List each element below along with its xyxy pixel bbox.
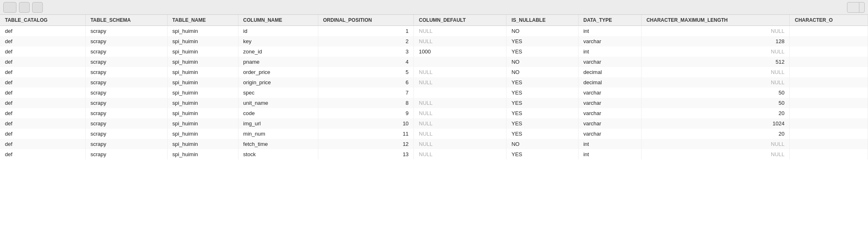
table-cell: 13 [318, 149, 414, 159]
table-cell: order_price [238, 67, 318, 77]
table-cell: YES [506, 36, 578, 46]
table-cell: NO [506, 26, 578, 37]
table-cell [414, 57, 506, 67]
table-cell: 4 [318, 57, 414, 67]
table-cell: scrapy [85, 108, 167, 118]
table-cell: varchar [578, 36, 641, 46]
table-row[interactable]: defscrapyspi_huiminspec7YESvarchar50 [0, 88, 868, 98]
table-cell: scrapy [85, 36, 167, 46]
table-row[interactable]: defscrapyspi_huiminpname4NOvarchar512 [0, 57, 868, 67]
table-cell: def [0, 67, 85, 77]
table-cell: 50 [641, 98, 789, 108]
table-cell: def [0, 139, 85, 149]
table-cell: varchar [578, 108, 641, 118]
table-cell: scrapy [85, 46, 167, 57]
query-favorites-button[interactable] [19, 2, 30, 13]
table-cell: 50 [641, 88, 789, 98]
table-cell: varchar [578, 118, 641, 129]
table-cell: spi_huimin [167, 36, 238, 46]
table-cell: def [0, 118, 85, 129]
table-cell [790, 118, 868, 129]
table-row[interactable]: defscrapyspi_huiminunit_name8NULLYESvarc… [0, 98, 868, 108]
table-cell: int [578, 139, 641, 149]
run-selection-dropdown-button[interactable] [859, 2, 864, 12]
table-cell: NO [506, 67, 578, 77]
table-cell: scrapy [85, 139, 167, 149]
table-cell: stock [238, 149, 318, 159]
table-cell: varchar [578, 57, 641, 67]
table-cell: NULL [414, 67, 506, 77]
table-cell: YES [506, 98, 578, 108]
table-cell [790, 88, 868, 98]
table-cell: NULL [414, 139, 506, 149]
query-history-button[interactable] [32, 2, 43, 13]
table-cell: spi_huimin [167, 149, 238, 159]
table-cell: NULL [414, 77, 506, 88]
table-cell: spi_huimin [167, 67, 238, 77]
results-table-container: TABLE_CATALOGTABLE_SCHEMATABLE_NAMECOLUM… [0, 15, 868, 240]
table-row[interactable]: defscrapyspi_huiminkey2NULLYESvarchar128 [0, 36, 868, 46]
table-cell [790, 149, 868, 159]
table-cell: NULL [414, 108, 506, 118]
table-row[interactable]: defscrapyspi_huiminfetch_time12NULLNOint… [0, 139, 868, 149]
table-cell: NULL [641, 26, 789, 37]
table-cell: NO [506, 57, 578, 67]
column-header-column-name: COLUMN_NAME [238, 15, 318, 26]
gear-button[interactable] [3, 2, 16, 13]
table-cell: spi_huimin [167, 26, 238, 37]
table-cell: varchar [578, 129, 641, 139]
table-cell: spi_huimin [167, 46, 238, 57]
table-row[interactable]: defscrapyspi_huiminmin_num11NULLYESvarch… [0, 129, 868, 139]
table-cell: NULL [641, 139, 789, 149]
table-row[interactable]: defscrapyspi_huiminimg_url10NULLYESvarch… [0, 118, 868, 129]
table-cell: spec [238, 88, 318, 98]
run-selection-button[interactable] [847, 2, 865, 13]
run-selection-main-button[interactable] [847, 2, 859, 12]
table-row[interactable]: defscrapyspi_huimincode9NULLYESvarchar20 [0, 108, 868, 118]
table-cell: NULL [414, 98, 506, 108]
table-cell: code [238, 108, 318, 118]
table-cell: scrapy [85, 26, 167, 37]
table-row[interactable]: defscrapyspi_huiminid1NULLNOintNULL [0, 26, 868, 37]
table-cell: 20 [641, 108, 789, 118]
table-row[interactable]: defscrapyspi_huiminzone_id31000YESintNUL… [0, 46, 868, 57]
table-cell: int [578, 149, 641, 159]
table-cell: 9 [318, 108, 414, 118]
table-cell: 6 [318, 77, 414, 88]
table-cell: scrapy [85, 57, 167, 67]
table-cell: def [0, 108, 85, 118]
toolbar [0, 0, 868, 15]
table-cell [790, 36, 868, 46]
table-cell: fetch_time [238, 139, 318, 149]
table-cell: def [0, 77, 85, 88]
table-cell: YES [506, 88, 578, 98]
column-header-character-maximum-length: CHARACTER_MAXIMUM_LENGTH [641, 15, 789, 26]
table-cell: YES [506, 129, 578, 139]
table-cell [790, 98, 868, 108]
table-header-row: TABLE_CATALOGTABLE_SCHEMATABLE_NAMECOLUM… [0, 15, 868, 26]
table-cell: NULL [414, 118, 506, 129]
table-cell: NULL [641, 77, 789, 88]
table-row[interactable]: defscrapyspi_huiminstock13NULLYESintNULL [0, 149, 868, 159]
table-cell: YES [506, 118, 578, 129]
column-header-is-nullable: IS_NULLABLE [506, 15, 578, 26]
table-cell: 7 [318, 88, 414, 98]
table-cell [790, 67, 868, 77]
table-cell: scrapy [85, 77, 167, 88]
table-cell: def [0, 26, 85, 37]
table-cell: def [0, 46, 85, 57]
table-cell: id [238, 26, 318, 37]
table-cell: pname [238, 57, 318, 67]
table-cell: img_url [238, 118, 318, 129]
table-row[interactable]: defscrapyspi_huiminorigin_price6NULLYESd… [0, 77, 868, 88]
table-cell: NULL [414, 149, 506, 159]
table-cell: NO [506, 139, 578, 149]
table-row[interactable]: defscrapyspi_huiminorder_price5NULLNOdec… [0, 67, 868, 77]
table-cell: 3 [318, 46, 414, 57]
table-cell: varchar [578, 88, 641, 98]
table-cell: int [578, 26, 641, 37]
table-cell: 1000 [414, 46, 506, 57]
table-cell: YES [506, 108, 578, 118]
table-cell: YES [506, 149, 578, 159]
column-header-ordinal-position: ORDINAL_POSITION [318, 15, 414, 26]
